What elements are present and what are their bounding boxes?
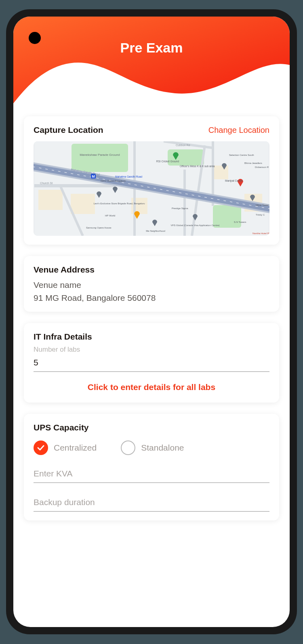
svg-rect-7 <box>212 166 228 179</box>
it-infra-title: IT Infra Details <box>34 332 269 342</box>
svg-text:M: M <box>92 174 95 178</box>
svg-text:Trinity C: Trinity C <box>256 214 265 216</box>
svg-text:NIFD Global Bangalore: NIFD Global Bangalore <box>101 180 126 182</box>
svg-text:Mahatma Gandhi Road: Mahatma Gandhi Road <box>115 175 143 178</box>
svg-text:VFS Global (Canada Visa Applic: VFS Global (Canada Visa Application Cent… <box>171 224 220 227</box>
phone-frame: Pre Exam Capture Location Change Locatio… <box>6 9 297 634</box>
centralized-label: Centralized <box>54 443 97 453</box>
svg-text:Cubbon Rd: Cubbon Rd <box>176 144 190 147</box>
svg-text:Officer's Mess K & K sub area: Officer's Mess K & K sub area <box>180 165 215 168</box>
svg-text:S.N Towers: S.N Towers <box>234 221 246 223</box>
enter-labs-details-link[interactable]: Click to enter details for all labs <box>34 382 269 392</box>
ups-capacity-card: UPS Capacity Centralized Standalone <box>24 414 279 520</box>
venue-name: Venue name <box>34 280 269 290</box>
svg-text:Mittal Tower: Mittal Tower <box>256 204 269 206</box>
svg-text:RSI Cricket Ground: RSI Cricket Ground <box>156 160 179 163</box>
change-location-link[interactable]: Change Location <box>208 126 269 135</box>
ups-option-centralized[interactable]: Centralized <box>34 441 97 455</box>
location-map[interactable]: M Manekshaw Parade Ground Mahatma Gandhi… <box>34 141 269 236</box>
svg-rect-2 <box>168 149 204 166</box>
content-area: Capture Location Change Location <box>13 111 290 627</box>
venue-address-title: Venue Address <box>34 265 269 275</box>
svg-text:HP World: HP World <box>105 214 115 217</box>
radio-checked-icon <box>34 441 48 455</box>
svg-text:Bhima Jewellers: Bhima Jewellers <box>244 162 262 164</box>
capture-location-title: Capture Location <box>34 125 103 135</box>
svg-text:Dickenson R: Dickenson R <box>255 166 269 168</box>
venue-address-card: Venue Address Venue name 91 MG Road, Ban… <box>24 256 279 312</box>
labs-label: Number of labs <box>34 346 269 354</box>
backup-duration-input[interactable] <box>34 495 269 512</box>
camera-hole <box>29 32 41 44</box>
svg-text:Manipal Center: Manipal Center <box>225 179 243 183</box>
svg-text:Church St: Church St <box>40 182 53 185</box>
header-wave <box>13 17 290 111</box>
svg-text:Samsung Opera House: Samsung Opera House <box>86 227 112 229</box>
svg-text:Selection Centre South: Selection Centre South <box>229 154 254 156</box>
svg-text:Nantha Hotel Rf: Nantha Hotel Rf <box>253 232 269 235</box>
svg-rect-4 <box>38 190 63 210</box>
capture-location-card: Capture Location Change Location <box>24 116 279 245</box>
radio-unchecked-icon <box>121 441 135 455</box>
svg-text:Me Neighborhood: Me Neighborhood <box>146 230 165 232</box>
standalone-label: Standalone <box>141 443 184 453</box>
kva-input[interactable] <box>34 466 269 483</box>
labs-input[interactable] <box>34 355 269 372</box>
venue-address-text: 91 MG Road, Bangalore 560078 <box>34 293 269 303</box>
svg-text:Levi's Exclusive Store Brigade: Levi's Exclusive Store Brigade Road, Ben… <box>93 202 145 205</box>
page-title: Pre Exam <box>13 40 290 56</box>
it-infra-card: IT Infra Details Number of labs Click to… <box>24 323 279 403</box>
phone-screen: Pre Exam Capture Location Change Locatio… <box>13 17 290 627</box>
svg-text:Manekshaw Parade Ground: Manekshaw Parade Ground <box>80 153 120 157</box>
ups-option-standalone[interactable]: Standalone <box>121 441 184 455</box>
svg-rect-1 <box>72 144 128 172</box>
svg-rect-5 <box>71 194 95 214</box>
svg-text:Prestige Sigma: Prestige Sigma <box>172 207 188 210</box>
ups-title: UPS Capacity <box>34 423 269 432</box>
